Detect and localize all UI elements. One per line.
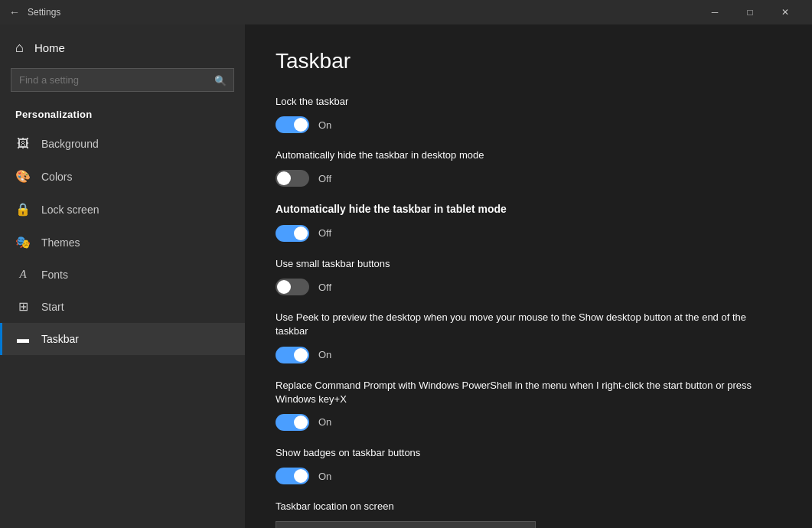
sidebar-search: 🔍 — [11, 68, 234, 92]
title-bar-left: ← Settings — [9, 6, 697, 18]
colors-icon: 🎨 — [15, 169, 31, 184]
lock-taskbar-label: Lock the taskbar — [276, 95, 781, 109]
setting-badges: Show badges on taskbar buttons On — [276, 446, 781, 484]
fonts-icon: A — [15, 268, 31, 281]
sidebar-item-lock-screen[interactable]: 🔒 Lock screen — [0, 193, 245, 226]
sidebar-item-colors-label: Colors — [41, 171, 72, 183]
hide-desktop-state: Off — [318, 173, 331, 184]
sidebar-section-title: Personalization — [0, 104, 245, 128]
setting-hide-tablet: Automatically hide the taskbar in tablet… — [276, 202, 781, 242]
lock-taskbar-state: On — [318, 119, 331, 131]
minimize-button[interactable]: ─ — [697, 0, 732, 24]
sidebar-item-fonts[interactable]: A Fonts — [0, 259, 245, 290]
hide-tablet-knob — [294, 227, 308, 240]
small-buttons-knob — [277, 280, 291, 294]
peek-label: Use Peek to preview the desktop when you… — [276, 311, 781, 338]
back-button[interactable]: ← — [9, 6, 20, 18]
sidebar-item-home[interactable]: ⌂ Home — [0, 24, 245, 68]
small-buttons-toggle[interactable] — [276, 279, 309, 295]
peek-knob — [294, 348, 308, 362]
taskbar-icon: ▬ — [15, 332, 31, 346]
sidebar-item-colors[interactable]: 🎨 Colors — [0, 160, 245, 193]
hide-desktop-toggle-row: Off — [276, 170, 781, 187]
small-buttons-state: Off — [318, 282, 331, 293]
page-title: Taskbar — [276, 49, 781, 73]
maximize-button[interactable]: □ — [732, 0, 768, 24]
setting-taskbar-location: Taskbar location on screen Bottom ▾ — [276, 500, 781, 528]
taskbar-location-dropdown[interactable]: Bottom ▾ — [276, 521, 536, 528]
hide-tablet-toggle[interactable] — [276, 225, 309, 242]
badges-toggle-row: On — [276, 468, 781, 484]
peek-toggle[interactable] — [276, 347, 309, 363]
background-icon: 🖼 — [15, 137, 31, 151]
lock-taskbar-knob — [294, 118, 308, 132]
title-bar-controls: ─ □ ✕ — [697, 0, 803, 24]
sidebar-item-start-label: Start — [41, 301, 64, 313]
badges-label: Show badges on taskbar buttons — [276, 446, 781, 460]
badges-knob — [294, 469, 308, 483]
sidebar-item-fonts-label: Fonts — [41, 269, 68, 281]
setting-hide-desktop: Automatically hide the taskbar in deskto… — [276, 148, 781, 187]
lock-taskbar-toggle[interactable] — [276, 116, 309, 133]
hide-desktop-label: Automatically hide the taskbar in deskto… — [276, 148, 781, 162]
home-label: Home — [34, 41, 65, 54]
powershell-state: On — [318, 416, 331, 428]
peek-state: On — [318, 349, 331, 360]
search-input[interactable] — [11, 68, 234, 92]
hide-desktop-knob — [277, 171, 291, 185]
themes-icon: 🎭 — [15, 235, 31, 249]
sidebar-item-taskbar[interactable]: ▬ Taskbar — [0, 323, 245, 355]
close-button[interactable]: ✕ — [768, 0, 803, 24]
taskbar-location-label: Taskbar location on screen — [276, 500, 781, 513]
badges-state: On — [318, 471, 331, 482]
start-icon: ⊞ — [15, 299, 31, 314]
lock-screen-icon: 🔒 — [15, 202, 31, 217]
setting-peek: Use Peek to preview the desktop when you… — [276, 311, 781, 363]
powershell-toggle-row: On — [276, 414, 781, 431]
setting-lock-taskbar: Lock the taskbar On — [276, 95, 781, 133]
powershell-toggle[interactable] — [276, 414, 309, 431]
peek-toggle-row: On — [276, 347, 781, 363]
badges-toggle[interactable] — [276, 468, 309, 484]
sidebar-item-background-label: Background — [41, 138, 99, 150]
sidebar-item-lock-screen-label: Lock screen — [41, 204, 99, 216]
sidebar-item-themes[interactable]: 🎭 Themes — [0, 226, 245, 259]
hide-tablet-label: Automatically hide the taskbar in tablet… — [276, 202, 781, 217]
setting-small-buttons: Use small taskbar buttons Off — [276, 257, 781, 295]
taskbar-location-dropdown-container: Bottom ▾ — [276, 521, 781, 528]
hide-tablet-state: Off — [318, 227, 331, 239]
lock-taskbar-toggle-row: On — [276, 116, 781, 133]
app-body: ⌂ Home 🔍 Personalization 🖼 Background 🎨 … — [0, 24, 812, 528]
sidebar-item-background[interactable]: 🖼 Background — [0, 128, 245, 160]
title-bar: ← Settings ─ □ ✕ — [0, 0, 812, 24]
home-icon: ⌂ — [15, 40, 24, 56]
sidebar-item-taskbar-label: Taskbar — [41, 333, 79, 345]
hide-tablet-toggle-row: Off — [276, 225, 781, 242]
sidebar: ⌂ Home 🔍 Personalization 🖼 Background 🎨 … — [0, 24, 245, 528]
small-buttons-label: Use small taskbar buttons — [276, 257, 781, 271]
powershell-knob — [294, 416, 308, 429]
setting-powershell: Replace Command Prompt with Windows Powe… — [276, 379, 781, 431]
hide-desktop-toggle[interactable] — [276, 170, 309, 187]
powershell-label: Replace Command Prompt with Windows Powe… — [276, 379, 781, 406]
title-bar-title: Settings — [28, 7, 60, 18]
sidebar-item-start[interactable]: ⊞ Start — [0, 290, 245, 323]
main-content: Taskbar Lock the taskbar On Automaticall… — [245, 24, 812, 528]
sidebar-item-themes-label: Themes — [41, 236, 80, 249]
small-buttons-toggle-row: Off — [276, 279, 781, 295]
search-icon: 🔍 — [214, 74, 227, 86]
